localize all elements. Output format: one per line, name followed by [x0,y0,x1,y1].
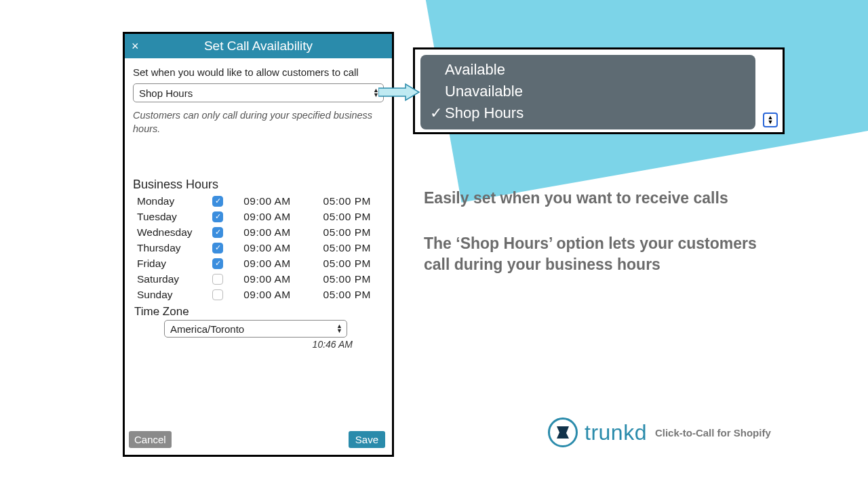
brand-name: trunkd [585,420,647,445]
brand-tagline: Click-to-Call for Shopify [655,427,771,439]
select-caret-icon: ▲▼ [336,324,342,333]
close-time[interactable]: 05:00 PM [323,211,384,223]
business-hours-row: Tuesday✓09:00 AM05:00 PM [133,209,384,224]
day-label: Thursday [137,242,212,254]
business-hours-row: Friday✓09:00 AM05:00 PM [133,256,384,271]
arrow-icon [378,83,420,102]
business-hours-row: Sunday09:00 AM05:00 PM [133,287,384,302]
availability-dropdown-expanded: AvailableUnavailable✓Shop Hours ▲▼ [413,47,785,134]
close-time[interactable]: 05:00 PM [323,226,384,239]
modal-body: Set when you would like to allow custome… [125,58,392,427]
day-label: Sunday [137,289,212,301]
day-enabled-checkbox[interactable] [212,289,223,300]
close-time[interactable]: 05:00 PM [323,242,384,254]
open-time[interactable]: 09:00 AM [243,242,323,254]
business-hours-row: Saturday09:00 AM05:00 PM [133,271,384,287]
availability-select[interactable]: Shop Hours ▲▼ [133,83,384,102]
open-time[interactable]: 09:00 AM [243,195,323,207]
modal-header: × Set Call Availability [125,34,392,58]
day-enabled-checkbox[interactable]: ✓ [212,227,223,238]
availability-instruction: Set when you would like to allow custome… [133,66,384,78]
close-icon[interactable]: × [132,39,139,54]
save-button[interactable]: Save [349,431,385,448]
day-enabled-checkbox[interactable] [212,274,223,285]
open-time[interactable]: 09:00 AM [243,273,323,285]
availability-options-list: AvailableUnavailable✓Shop Hours [420,55,755,129]
close-time[interactable]: 05:00 PM [323,289,384,301]
brand-logo-icon [548,418,578,447]
availability-option[interactable]: Available [430,59,746,81]
check-icon: ✓ [430,102,445,124]
open-time[interactable]: 09:00 AM [243,211,323,223]
open-time[interactable]: 09:00 AM [243,226,323,239]
timezone-current-time: 10:46 AM [133,339,353,350]
select-caret-icon[interactable]: ▲▼ [763,113,778,127]
svg-marker-1 [557,426,569,439]
availability-helper-text: Customers can only call during your spec… [133,109,384,136]
marketing-headline-2: The ‘Shop Hours’ option lets your custom… [424,233,776,275]
timezone-select[interactable]: America/Toronto ▲▼ [164,320,347,338]
close-time[interactable]: 05:00 PM [323,195,384,207]
timezone-select-value: America/Toronto [170,323,244,335]
availability-select-value: Shop Hours [139,87,193,99]
modal-title: Set Call Availability [204,39,313,54]
day-enabled-checkbox[interactable]: ✓ [212,243,223,253]
business-hours-title: Business Hours [133,178,384,192]
availability-option[interactable]: Unavailable [430,81,746,102]
open-time[interactable]: 09:00 AM [243,258,323,270]
day-enabled-checkbox[interactable]: ✓ [212,211,223,222]
day-enabled-checkbox[interactable]: ✓ [212,258,223,269]
timezone-title: Time Zone [133,305,384,319]
business-hours-list: Monday✓09:00 AM05:00 PMTuesday✓09:00 AM0… [133,193,384,302]
business-hours-row: Thursday✓09:00 AM05:00 PM [133,240,384,256]
brand-footer: trunkd Click-to-Call for Shopify [548,418,771,447]
close-time[interactable]: 05:00 PM [323,258,384,270]
availability-option-label: Unavailable [445,81,523,102]
close-time[interactable]: 05:00 PM [323,273,384,285]
modal-footer: Cancel Save [125,427,392,455]
set-call-availability-modal: × Set Call Availability Set when you wou… [123,32,394,457]
day-label: Wednesday [137,226,212,239]
svg-marker-0 [378,84,419,100]
cancel-button[interactable]: Cancel [129,431,172,448]
day-label: Friday [137,258,212,270]
day-label: Tuesday [137,211,212,223]
day-label: Saturday [137,273,212,285]
availability-option-label: Available [445,59,505,81]
open-time[interactable]: 09:00 AM [243,289,323,301]
day-enabled-checkbox[interactable]: ✓ [212,196,223,207]
availability-option[interactable]: ✓Shop Hours [430,102,746,124]
day-label: Monday [137,195,212,207]
business-hours-row: Wednesday✓09:00 AM05:00 PM [133,224,384,240]
business-hours-row: Monday✓09:00 AM05:00 PM [133,193,384,209]
availability-option-label: Shop Hours [445,102,524,124]
marketing-headline-1: Easily set when you want to receive call… [424,189,728,207]
